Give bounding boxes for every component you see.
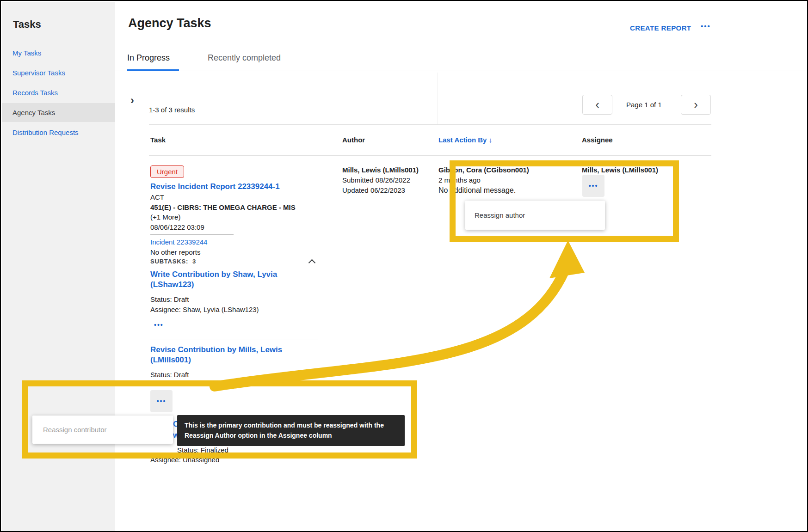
sidebar-item-supervisor-tasks[interactable]: Supervisor Tasks [2,63,115,82]
column-header-label: Last Action By [438,136,487,144]
sidebar-item-agency-tasks[interactable]: Agency Tasks [2,103,115,122]
task-divider [150,234,234,235]
page: Tasks My Tasks Supervisor Tasks Records … [0,0,808,532]
subtask-more-button[interactable]: ••• [150,390,173,412]
sidebar-title: Tasks [13,18,41,31]
create-report-button[interactable]: CREATE REPORT [630,24,691,32]
task-datetime: 08/06/1222 03:09 [150,223,204,231]
subtask-assignee: Assignee: Unassigned [150,456,219,464]
reassign-author-menu: Reassign author [465,201,605,230]
subtask-assignee: Assignee: Shaw, Lyvia (LShaw123) [150,306,259,313]
no-other-reports: No other reports [150,248,200,256]
subtask-divider [150,340,318,340]
table-header-border [149,155,711,156]
task-more-charges: (+1 More) [150,213,180,221]
tabs-divider [115,71,808,71]
more-horizontal-icon: ••• [589,182,598,190]
column-header-last-action-by[interactable]: Last Action By ↓ [438,136,492,144]
subtask-more-icon[interactable]: ••• [154,321,164,329]
tab-in-progress[interactable]: In Progress [127,53,170,63]
task-charge: 451(E) - CIBRS: THE OMEGA CHARGE - MIS [150,203,296,211]
reassign-contributor-menu: Reassign contributor [32,416,173,444]
page-title: Agency Tasks [128,16,211,31]
sidebar: Tasks My Tasks Supervisor Tasks Records … [2,2,115,532]
subtasks-label: SUBTASKS: 3 [150,258,196,265]
author-name: Mills, Lewis (LMills001) [342,166,419,174]
subtask-title-link[interactable]: Write Contribution by Shaw, Lyvia (LShaw… [150,269,287,290]
sidebar-item-my-tasks[interactable]: My Tasks [2,43,115,62]
urgent-badge: Urgent [150,165,184,178]
sidebar-item-records-tasks[interactable]: Records Tasks [2,83,115,102]
author-updated: Updated 06/22/2023 [342,186,405,194]
pagination-prev-button[interactable]: ‹ [582,95,612,115]
last-action-message: No additional message. [438,186,516,195]
tooltip: This is the primary contribution and mus… [177,415,405,446]
subtask-status: Status: Draft [150,371,189,379]
assignee-name: Mills, Lewis (LMills001) [582,166,658,174]
column-separator [438,73,438,124]
sidebar-item-distribution-requests[interactable]: Distribution Requests [2,123,115,142]
chevron-right-icon: › [694,98,698,112]
column-header-assignee: Assignee [582,136,613,144]
menu-item-reassign-author[interactable]: Reassign author [465,211,525,219]
expand-panel-chevron-icon[interactable]: › [130,94,134,107]
tab-recently-completed[interactable]: Recently completed [208,53,281,63]
header-more-icon[interactable]: ••• [701,22,711,30]
subtask-status: Status: Finalized [177,446,228,454]
annotation-arrow-icon [1,1,808,532]
incident-link[interactable]: Incident 22339244 [150,238,207,246]
page-indicator: Page 1 of 1 [626,101,662,109]
task-title-link[interactable]: Revise Incident Report 22339244-1 [150,182,280,191]
table-top-border [149,124,711,125]
sort-down-icon: ↓ [489,136,493,144]
chevron-left-icon: ‹ [595,98,599,112]
collapse-subtasks-chevron-icon[interactable] [308,259,316,267]
author-submitted: Submitted 08/26/2022 [342,176,410,184]
column-header-task: Task [150,136,166,144]
last-action-time: 2 months ago [438,176,481,184]
subtask-status: Status: Draft [150,295,189,303]
subtasks-label-text: SUBTASKS: [150,258,188,265]
task-type: ACT [150,193,164,201]
column-header-author: Author [342,136,365,144]
subtask-title-link[interactable]: Revise Contribution by Mills, Lewis (LMi… [150,345,287,365]
subtasks-count: 3 [192,258,196,265]
pagination-next-button[interactable]: › [681,95,711,115]
menu-item-reassign-contributor[interactable]: Reassign contributor [32,426,107,434]
results-summary: 1-3 of 3 results [149,106,195,114]
more-horizontal-icon: ••• [157,397,167,405]
assignee-more-button[interactable]: ••• [582,175,604,197]
last-action-name: Gibson, Cora (CGibson001) [438,166,529,174]
